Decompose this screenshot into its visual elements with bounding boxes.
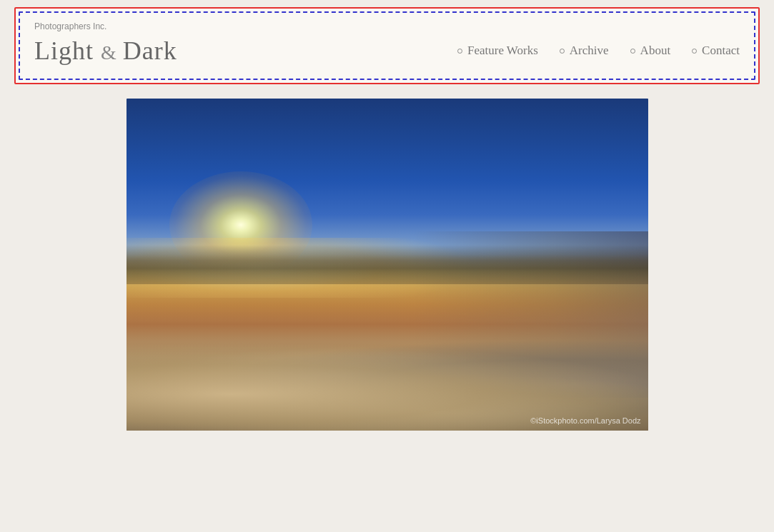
nav-dot-feature-works [457,49,462,54]
sky-scene [126,99,648,431]
company-name: Photographers Inc. [34,21,740,31]
nav-label-contact: Contact [702,44,740,58]
image-credit: ©iStockphoto.com/Larysa Dodz [530,416,640,425]
site-title-dark: Dark [123,36,177,65]
header-content: Light & Dark Feature Works Archive [34,36,740,66]
site-title: Light & Dark [34,36,177,66]
nav-label-about: About [640,44,671,58]
nav-item-about[interactable]: About [630,44,671,58]
nav-item-archive[interactable]: Archive [560,44,609,58]
nav-label-feature-works: Feature Works [467,44,538,58]
site-title-amp: & [101,41,123,64]
nav-item-contact[interactable]: Contact [692,44,740,58]
header-outer-border: Photographers Inc. Light & Dark Feature … [14,7,760,84]
header-inner-border: Photographers Inc. Light & Dark Feature … [19,11,755,80]
nav-dot-archive [560,49,565,54]
nav-item-feature-works[interactable]: Feature Works [457,44,538,58]
nav-label-archive: Archive [570,44,609,58]
site-title-light: Light [34,36,94,65]
main-image-container: ©iStockphoto.com/Larysa Dodz [14,99,760,431]
cloud-layer [126,248,648,431]
nav-dot-about [630,49,635,54]
nav-dot-contact [692,49,697,54]
main-nav: Feature Works Archive About Contact [457,44,740,58]
page-wrapper: Photographers Inc. Light & Dark Feature … [0,0,774,452]
main-image: ©iStockphoto.com/Larysa Dodz [126,99,648,431]
